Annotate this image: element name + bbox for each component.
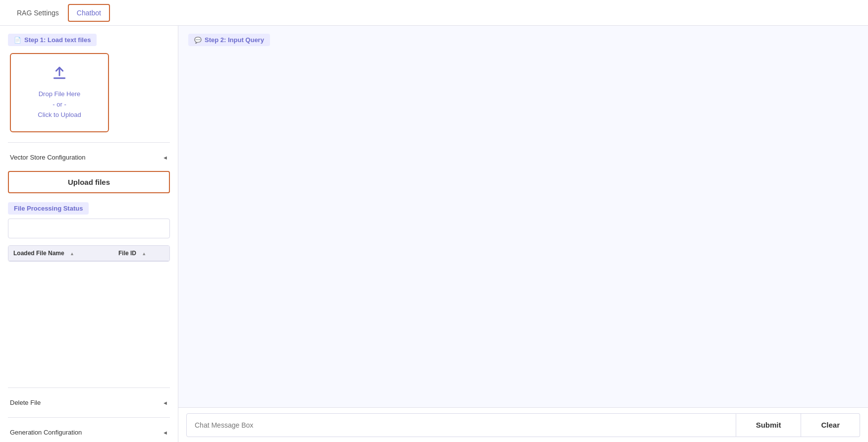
delete-file-arrow-icon: ◄: [163, 400, 168, 406]
file-processing-status-box: [8, 219, 170, 238]
file-processing-status-label: File Processing Status: [8, 202, 89, 215]
tab-rag-settings[interactable]: RAG Settings: [8, 2, 68, 24]
file-table-wrapper: Loaded File Name ▲ File ID ▲: [8, 245, 170, 262]
chat-message-input[interactable]: [186, 413, 736, 437]
chat-messages-area: [178, 61, 868, 407]
delete-file-header[interactable]: Delete File ◄: [8, 393, 170, 412]
table-header-row: Loaded File Name ▲ File ID ▲: [8, 246, 169, 261]
step1-text: Step 1: Load text files: [24, 36, 91, 44]
table-scroll-container[interactable]: Loaded File Name ▲ File ID ▲: [8, 246, 169, 261]
generation-config-label: Generation Configuration: [10, 429, 82, 436]
upload-files-button[interactable]: Upload files: [8, 171, 170, 193]
submit-button[interactable]: Submit: [736, 413, 802, 437]
sort-icon-fileid: ▲: [142, 251, 146, 256]
file-drop-zone[interactable]: Drop File Here - or - Click to Upload: [10, 53, 109, 132]
generation-config-arrow-icon: ◄: [163, 430, 168, 436]
clear-button[interactable]: Clear: [801, 413, 860, 437]
main-layout: 📄 Step 1: Load text files Drop File Here…: [0, 26, 868, 442]
step2-label: 💬 Step 2: Input Query: [188, 34, 270, 46]
tab-chatbot[interactable]: Chatbot: [68, 4, 110, 22]
sidebar: 📄 Step 1: Load text files Drop File Here…: [0, 26, 178, 442]
delete-file-label: Delete File: [10, 399, 41, 406]
section-divider-2: [8, 387, 170, 388]
chat-area: 💬 Step 2: Input Query Submit Clear: [178, 26, 868, 442]
section-divider-1: [8, 142, 170, 143]
sort-icon-filename: ▲: [70, 251, 74, 256]
step2-text: Step 2: Input Query: [205, 36, 264, 44]
chat-input-bar: Submit Clear: [178, 407, 868, 442]
upload-icon: [52, 65, 67, 84]
vector-store-config-label: Vector Store Configuration: [10, 154, 85, 161]
drop-zone-text: Drop File Here - or - Click to Upload: [38, 89, 81, 120]
vector-store-config-header[interactable]: Vector Store Configuration ◄: [8, 148, 170, 167]
column-header-filename[interactable]: Loaded File Name ▲: [8, 246, 113, 261]
section-divider-3: [8, 417, 170, 418]
step1-label: 📄 Step 1: Load text files: [8, 34, 97, 46]
top-navigation: RAG Settings Chatbot: [0, 0, 868, 26]
generation-config-header[interactable]: Generation Configuration ◄: [8, 423, 170, 442]
vector-store-arrow-icon: ◄: [163, 155, 168, 161]
chat-header: 💬 Step 2: Input Query: [178, 26, 868, 61]
step2-icon: 💬: [194, 37, 202, 44]
step1-icon: 📄: [14, 37, 21, 44]
loaded-files-table: Loaded File Name ▲ File ID ▲: [8, 246, 169, 261]
column-header-fileid[interactable]: File ID ▲: [113, 246, 169, 261]
